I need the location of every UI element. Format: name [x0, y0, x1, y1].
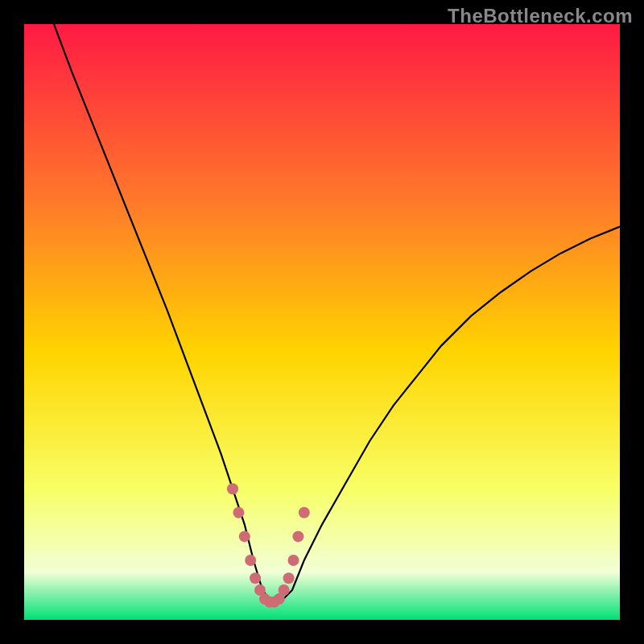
marker-dot — [245, 555, 256, 566]
marker-dot — [227, 483, 238, 494]
marker-dot — [288, 555, 299, 566]
bottleneck-chart — [24, 24, 620, 620]
marker-dot — [279, 584, 290, 596]
marker-dot — [283, 572, 295, 584]
marker-dot — [250, 572, 261, 584]
gradient-background — [24, 24, 620, 620]
marker-dot — [233, 507, 244, 518]
watermark-text: TheBottleneck.com — [448, 5, 633, 27]
marker-dot — [239, 530, 250, 542]
marker-dot — [292, 530, 303, 542]
chart-frame: TheBottleneck.com — [0, 0, 644, 644]
marker-dot — [299, 507, 310, 518]
